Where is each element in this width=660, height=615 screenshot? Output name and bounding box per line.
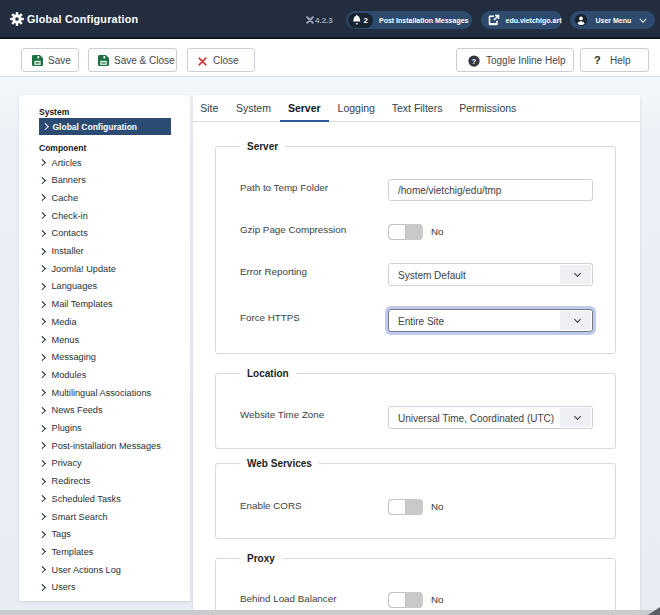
svg-text:?: ? [472, 57, 477, 66]
